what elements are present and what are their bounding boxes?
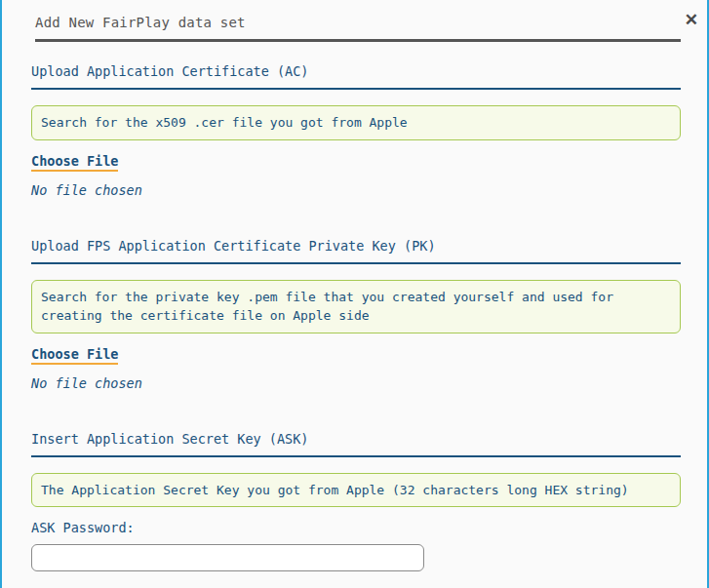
- file-status-pk: No file chosen: [31, 375, 681, 391]
- file-status-ac: No file chosen: [31, 182, 681, 198]
- section-ask: Insert Application Secret Key (ASK) The …: [31, 431, 681, 572]
- dialog-body: Upload Application Certificate (AC) Sear…: [2, 63, 707, 571]
- section-upload-pk: Upload FPS Application Certificate Priva…: [31, 238, 681, 391]
- section-heading-ask: Insert Application Secret Key (ASK): [31, 431, 681, 457]
- ask-password-label: ASK Password:: [31, 520, 681, 535]
- hint-box-pk: Search for the private key .pem file tha…: [31, 280, 681, 333]
- section-gap: [31, 198, 681, 216]
- fairplay-dialog: { "colors": { "edge_blue": "#2aa5da", "t…: [0, 0, 709, 588]
- section-upload-ac: Upload Application Certificate (AC) Sear…: [31, 63, 681, 198]
- section-gap: [31, 391, 681, 410]
- section-heading-ac: Upload Application Certificate (AC): [31, 63, 681, 90]
- hint-box-ask: The Application Secret Key you got from …: [31, 473, 681, 508]
- choose-file-button-pk[interactable]: Choose File: [31, 346, 118, 365]
- choose-file-button-ac[interactable]: Choose File: [31, 153, 118, 172]
- hint-box-ac: Search for the x509 .cer file you got fr…: [31, 105, 681, 140]
- dialog-title: Add New FairPlay data set: [35, 15, 674, 30]
- dialog-header: Add New FairPlay data set ✕: [2, 0, 707, 30]
- ask-password-input[interactable]: [31, 544, 424, 571]
- title-divider: [35, 39, 681, 42]
- section-heading-pk: Upload FPS Application Certificate Priva…: [31, 238, 681, 264]
- close-icon[interactable]: ✕: [685, 12, 698, 28]
